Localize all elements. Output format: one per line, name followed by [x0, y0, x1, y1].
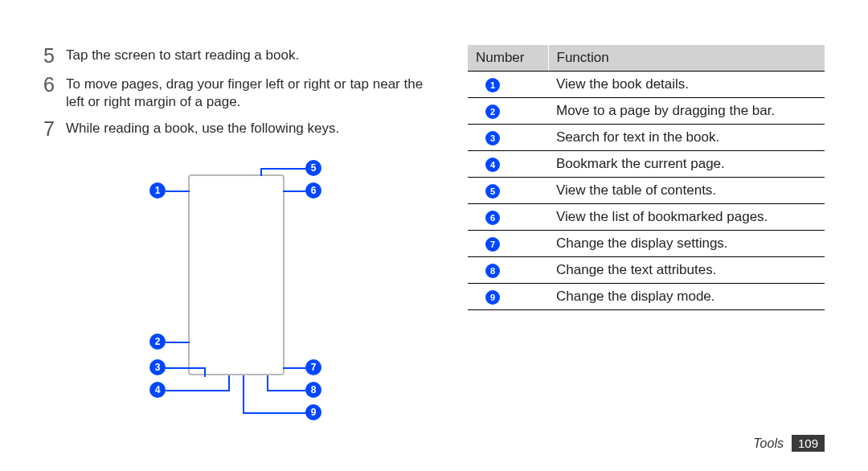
number-badge-icon: 5	[485, 184, 500, 199]
cell-function: Change the display settings.	[548, 231, 825, 257]
columns: 5 Tap the screen to start reading a book…	[43, 45, 825, 424]
number-badge-icon: 2	[485, 104, 500, 119]
table-row: 5 View the table of contents.	[468, 178, 825, 204]
connector-line	[243, 412, 307, 414]
table-row: 2 Move to a page by dragging the bar.	[468, 98, 825, 125]
callout-1-icon: 1	[149, 182, 166, 199]
connector-line	[166, 367, 206, 369]
footer-section: Tools	[753, 436, 784, 451]
step-text: Tap the screen to start reading a book.	[66, 45, 299, 65]
table-row: 4 Bookmark the current page.	[468, 151, 825, 178]
phone-outline	[188, 174, 285, 375]
left-column: 5 Tap the screen to start reading a book…	[43, 45, 429, 424]
cell-number: 2	[468, 98, 548, 125]
footer: Tools 109	[753, 435, 825, 452]
callout-6-icon: 6	[305, 182, 321, 199]
connector-line	[243, 375, 244, 414]
footer-page: 109	[792, 435, 825, 452]
table-row: 6 View the list of bookmarked pages.	[468, 204, 825, 231]
callout-3-icon: 3	[149, 359, 166, 375]
table-body: 1 View the book details. 2 Move to a pag…	[468, 72, 825, 310]
step-list: 5 Tap the screen to start reading a book…	[43, 45, 429, 141]
cell-function: View the book details.	[548, 72, 825, 98]
cell-number: 9	[468, 284, 548, 310]
cell-function: Bookmark the current page.	[548, 151, 825, 178]
connector-line	[260, 168, 307, 170]
step-text: While reading a book, use the following …	[66, 118, 339, 138]
table-row: 9 Change the display mode.	[468, 284, 825, 310]
connector-line	[260, 168, 262, 176]
cell-number: 6	[468, 204, 548, 231]
cell-number: 4	[468, 151, 548, 178]
table-row: 3 Search for text in the book.	[468, 125, 825, 151]
table-header-row: Number Function	[468, 45, 825, 72]
number-badge-icon: 4	[485, 158, 500, 172]
connector-line	[166, 190, 190, 192]
cell-number: 3	[468, 125, 548, 151]
number-badge-icon: 9	[485, 290, 500, 305]
page: 5 Tap the screen to start reading a book…	[0, 0, 868, 471]
th-number: Number	[468, 45, 548, 72]
number-badge-icon: 1	[485, 78, 500, 92]
cell-function: View the table of contents.	[548, 178, 825, 204]
diagram: 1 2 3 4 5 6 7 8 9	[140, 150, 333, 424]
callout-9-icon: 9	[305, 404, 321, 420]
connector-line	[267, 390, 307, 391]
number-badge-icon: 6	[485, 211, 500, 225]
connector-line	[228, 375, 230, 391]
table-row: 8 Change the text attributes.	[468, 257, 825, 284]
list-item: 7 While reading a book, use the followin…	[43, 118, 429, 141]
callout-4-icon: 4	[149, 382, 166, 398]
step-number: 7	[43, 118, 66, 141]
cell-function: Search for text in the book.	[548, 125, 825, 151]
connector-line	[283, 190, 307, 192]
cell-number: 5	[468, 178, 548, 204]
connector-line	[283, 367, 307, 369]
connector-line	[204, 367, 206, 377]
table-row: 7 Change the display settings.	[468, 231, 825, 257]
cell-number: 8	[468, 257, 548, 284]
step-number: 6	[43, 74, 66, 96]
connector-line	[166, 390, 230, 391]
number-badge-icon: 3	[485, 131, 500, 145]
step-text: To move pages, drag your ﬁnger left or r…	[66, 74, 429, 113]
right-column: Number Function 1 View the book details.…	[468, 45, 825, 424]
number-badge-icon: 7	[485, 237, 500, 252]
list-item: 6 To move pages, drag your ﬁnger left or…	[43, 74, 429, 113]
connector-line	[267, 375, 268, 391]
step-number: 5	[43, 45, 66, 68]
callout-7-icon: 7	[305, 359, 321, 375]
cell-function: Move to a page by dragging the bar.	[548, 98, 825, 125]
cell-function: View the list of bookmarked pages.	[548, 204, 825, 231]
cell-number: 7	[468, 231, 548, 257]
cell-function: Change the text attributes.	[548, 257, 825, 284]
callout-5-icon: 5	[305, 160, 321, 176]
callout-2-icon: 2	[149, 334, 166, 350]
th-function: Function	[548, 45, 825, 72]
list-item: 5 Tap the screen to start reading a book…	[43, 45, 429, 68]
cell-number: 1	[468, 72, 548, 98]
function-table: Number Function 1 View the book details.…	[468, 45, 825, 310]
cell-function: Change the display mode.	[548, 284, 825, 310]
connector-line	[166, 342, 190, 343]
table-row: 1 View the book details.	[468, 72, 825, 98]
number-badge-icon: 8	[485, 264, 500, 278]
callout-8-icon: 8	[305, 382, 321, 398]
